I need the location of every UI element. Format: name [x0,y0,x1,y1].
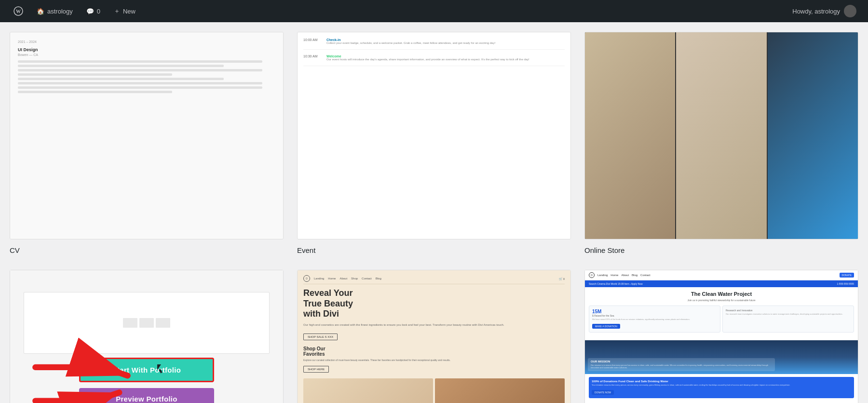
cv-line-6 [18,82,262,84]
np-make-donation-btn[interactable]: MAKE A DONATION [592,324,620,329]
store-img-2 [676,32,766,239]
np-stat-1: 15M $ Raised for the Sea We have raised … [589,306,720,333]
np-stats-row: 15M $ Raised for the Sea We have raised … [589,306,854,333]
store-img-1 [585,32,675,239]
comment-icon: 💬 [86,8,94,15]
template-card-cv: 2021 – 2024 UI Design Bowen — CA [10,32,284,254]
template-card-nonprofit: D Landing Home About Blog Contact DONATE… [584,270,858,403]
event-time-2: 10:30 AM [303,55,323,58]
cv-line-5 [18,78,224,80]
event-type-2: Welcome [326,55,529,58]
admin-bar: W 🏠 astrology 💬 0 ＋ New Howdy, astrology [0,0,868,22]
event-preview-box[interactable]: 10:00 AM Check-in Collect your event bad… [297,32,571,239]
np-banner: Search Cinema Divi World 15:09 Item › Ap… [585,280,858,287]
preview-portfolio-button[interactable]: Preview Portfolio [79,388,214,403]
svg-text:W: W [16,9,21,14]
cv-line-3 [18,69,262,71]
home-icon: 🏠 [37,8,44,15]
beauty-hero-title: Reveal YourTrue Beautywith Divi [303,288,565,320]
cv-line-8 [18,91,172,93]
event-desc-2: Our event hosts will introduce the day's… [326,58,529,61]
wp-logo-item[interactable]: W [8,0,29,22]
beauty-shop-title: Shop OurFavorites [303,346,565,357]
site-name-label: astrology [47,8,73,15]
np-logo: D [589,272,595,278]
cv-date: 2021 – 2024 [18,40,275,43]
site-name-item[interactable]: 🏠 astrology [31,0,79,22]
event-row-1: 10:00 AM Check-in Collect your event bad… [303,38,565,50]
np-hero-sub: Join us in promoting faithful stewardshi… [589,299,854,302]
np-nav: D Landing Home About Blog Contact DONATE [585,270,858,280]
cv-label: CV [10,246,284,254]
cv-line-4 [18,73,172,76]
avatar [844,5,856,17]
beauty-nav: D Landing Home About Shop Contact Blog 🛒… [303,275,565,284]
cv-job-title: UI Design [18,47,275,52]
np-mission-card: OUR MISSION Our mission is to ensure tha… [588,358,775,371]
np-donation-overlay: 100% of Donations Fund Clean and Safe Dr… [589,377,854,398]
beauty-preview-box[interactable]: D Landing Home About Shop Contact Blog 🛒… [297,270,571,403]
beauty-shop-desc: Explore our curated collection of must-h… [303,359,565,361]
template-card-online-store: Online Store [584,32,858,254]
np-stat-2: Research and Innovation Our research tea… [722,306,854,333]
np-ocean-section: OUR MISSION Our mission is to ensure tha… [585,340,858,374]
template-grid: 2021 – 2024 UI Design Bowen — CA [10,32,858,403]
event-desc-1: Collect your event badge, schedule, and … [326,42,495,44]
np-stat-desc-1: We have raised 15% of the funds from our… [592,318,717,320]
event-time-1: 10:00 AM [303,38,323,42]
np-donation-title: 100% of Donations Fund Clean and Safe Dr… [592,380,851,383]
template-card-event: 10:00 AM Check-in Collect your event bad… [297,32,571,254]
new-label: New [123,8,136,15]
cv-line-7 [18,86,262,89]
np-donate-nav-btn[interactable]: DONATE [840,273,854,278]
admin-bar-right: Howdy, astrology [792,5,860,17]
main-content: 2021 – 2024 UI Design Bowen — CA [0,22,868,403]
online-store-preview-box[interactable] [584,32,858,239]
portfolio-preview-box[interactable]: Start With Portfolio Preview Portfolio [10,270,284,403]
np-donation-text: Your donation ensures that every person,… [592,384,851,387]
cv-location: Bowen — CA [18,53,275,56]
event-row-2: 10:30 AM Welcome Our event hosts will in… [303,55,565,66]
beauty-hero-btn[interactable]: SHOP SALE S XXX [303,334,338,340]
beauty-hero-sub: Our high-end cosmetics are created with … [303,323,565,326]
start-with-portfolio-button[interactable]: Start With Portfolio [79,358,214,382]
np-stat-label-1: $ Raised for the Sea [592,314,717,317]
store-img-3 [768,32,858,239]
cv-line-1 [18,60,262,63]
cv-preview-box[interactable]: 2021 – 2024 UI Design Bowen — CA [10,32,284,239]
np-donate-btn[interactable]: DONATE NOW [592,390,614,395]
new-item[interactable]: ＋ New [108,0,141,22]
beauty-img-person [435,378,565,403]
template-card-portfolio: Start With Portfolio Preview Portfolio [10,270,284,403]
cv-line-2 [18,65,224,67]
template-card-beauty: D Landing Home About Shop Contact Blog 🛒… [297,270,571,403]
nonprofit-preview-box[interactable]: D Landing Home About Blog Contact DONATE… [584,270,858,403]
np-stat-num-1: 15M [592,309,717,314]
online-store-label: Online Store [584,246,858,254]
np-stat-label-2: Research and Innovation [726,309,851,312]
np-mission-text: Our mission is to ensure that every pers… [591,364,772,369]
beauty-logo: D [303,275,310,282]
beauty-img-grid [303,378,565,403]
greeting-label: Howdy, astrology [792,8,840,15]
beauty-shop-btn[interactable]: SHOP HERE [303,366,329,373]
np-mission-title: OUR MISSION [591,360,772,363]
event-label: Event [297,246,571,254]
beauty-img-cream [303,378,433,403]
event-type-1: Check-in [326,38,495,42]
np-stat-desc-2: Our research team investigates innovativ… [726,313,851,315]
np-hero: The Clean Water Project Join us in promo… [585,287,858,340]
comment-count: 0 [97,8,100,15]
plus-icon: ＋ [114,7,120,15]
np-hero-title: The Clean Water Project [589,291,854,297]
comments-item[interactable]: 💬 0 [81,0,106,22]
